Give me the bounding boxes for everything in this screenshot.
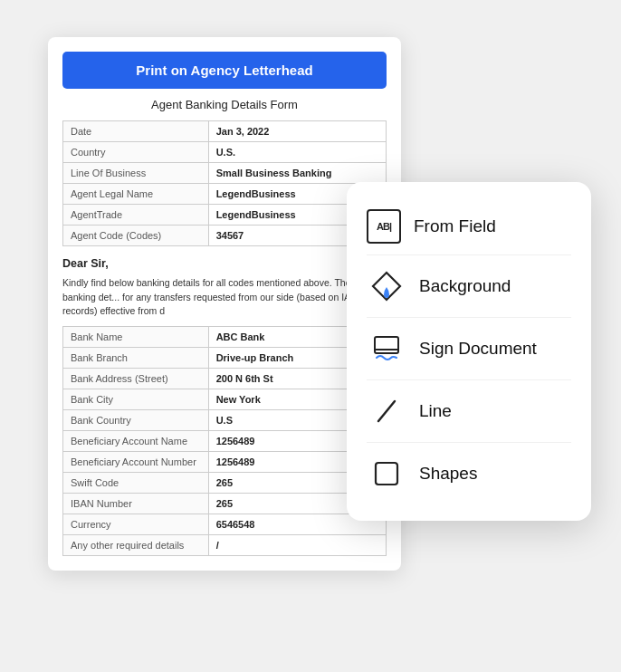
line-label: Line bbox=[419, 401, 452, 421]
shapes-label: Shapes bbox=[419, 464, 477, 484]
body-paragraph: Kindly find below banking details for al… bbox=[62, 276, 387, 319]
table-row: Swift Code265 bbox=[63, 473, 387, 494]
svg-rect-0 bbox=[375, 337, 398, 353]
background-label: Background bbox=[419, 276, 511, 296]
scene: Print on Agency Letterhead Agent Banking… bbox=[30, 19, 591, 653]
table-row: Bank BranchDrive-up Branch bbox=[63, 348, 387, 369]
menu-item-sign-document[interactable]: Sign Document bbox=[367, 317, 571, 379]
shapes-icon bbox=[367, 454, 406, 494]
from-field-icon: AB| bbox=[367, 209, 401, 244]
line-icon bbox=[367, 391, 406, 431]
menu-item-background[interactable]: Background bbox=[367, 254, 571, 317]
table-row: Beneficiary Account Name1256489 bbox=[63, 431, 387, 452]
top-table: DateJan 3, 2022CountryU.S.Line Of Busine… bbox=[62, 120, 387, 246]
table-row: Any other required details/ bbox=[63, 535, 387, 556]
table-row: AgentTradeLegendBusiness bbox=[63, 205, 387, 226]
table-row: Bank Address (Street)200 N 6th St bbox=[63, 369, 387, 389]
menu-card: AB| From Field Background bbox=[347, 182, 591, 521]
table-row: Bank CityNew York bbox=[63, 389, 387, 410]
table-row: Currency6546548 bbox=[63, 514, 387, 535]
table-row: Bank NameABC Bank bbox=[63, 327, 387, 348]
table-row: CountryU.S. bbox=[63, 142, 387, 163]
table-row: Beneficiary Account Number1256489 bbox=[63, 452, 387, 473]
sign-document-icon bbox=[367, 329, 406, 369]
menu-item-from-field[interactable]: AB| From Field bbox=[367, 198, 571, 254]
sign-document-label: Sign Document bbox=[419, 339, 537, 359]
menu-item-shapes[interactable]: Shapes bbox=[367, 442, 571, 504]
table-row: Agent Legal NameLegendBusiness bbox=[63, 184, 387, 205]
svg-line-1 bbox=[378, 401, 395, 421]
from-field-label: From Field bbox=[414, 216, 496, 236]
doc-subtitle: Agent Banking Details Form bbox=[48, 98, 401, 111]
table-row: Agent Code (Codes)34567 bbox=[63, 226, 387, 246]
table-row: DateJan 3, 2022 bbox=[63, 121, 387, 142]
table-row: IBAN Number265 bbox=[63, 494, 387, 514]
bottom-table: Bank NameABC BankBank BranchDrive-up Bra… bbox=[62, 326, 387, 556]
menu-item-line[interactable]: Line bbox=[367, 379, 571, 442]
table-row: Bank CountryU.S bbox=[63, 410, 387, 431]
background-icon bbox=[367, 266, 406, 306]
salutation: Dear Sir, bbox=[62, 255, 387, 273]
svg-rect-2 bbox=[376, 463, 397, 485]
table-row: Line Of BusinessSmall Business Banking bbox=[63, 163, 387, 184]
doc-body-text: Dear Sir, Kindly find below banking deta… bbox=[62, 255, 387, 319]
print-button[interactable]: Print on Agency Letterhead bbox=[62, 52, 387, 89]
